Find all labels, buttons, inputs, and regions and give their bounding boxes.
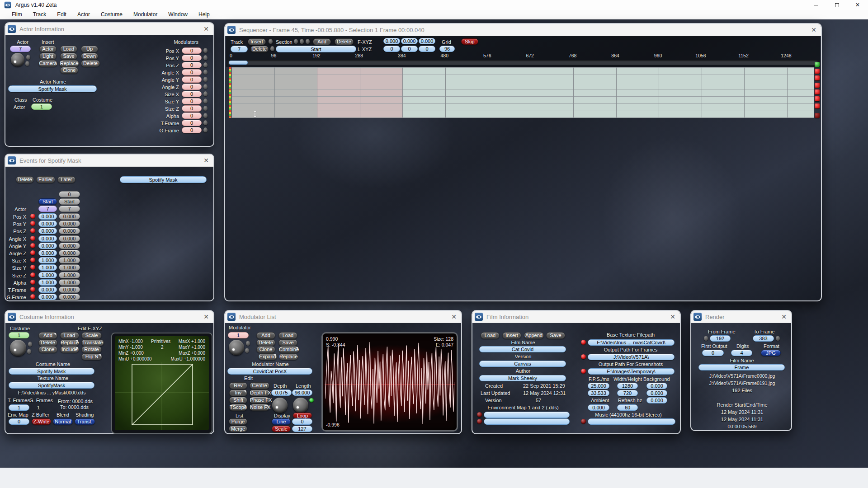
depth-fx-button[interactable]: Depth FX: [250, 389, 269, 396]
down-button[interactable]: Down: [81, 53, 98, 60]
env-map-field[interactable]: 0: [9, 418, 29, 425]
rev-button[interactable]: Rev: [229, 382, 247, 389]
record-led[interactable]: [30, 272, 35, 277]
timeline-ruler[interactable]: 0961922883844805766727688649601056115212…: [225, 53, 792, 59]
modulator-row-knob[interactable]: [203, 77, 208, 82]
delete-button[interactable]: Delete: [38, 339, 57, 346]
clone-button[interactable]: Clone: [38, 346, 57, 353]
flip-n-button[interactable]: Flip N: [81, 353, 102, 360]
add-button[interactable]: Add: [313, 38, 331, 45]
minimize-button[interactable]: [806, 0, 826, 10]
texture-name-field[interactable]: SpotifyMask: [9, 382, 94, 389]
from-frame-field[interactable]: 192: [710, 335, 731, 342]
film-name-field[interactable]: Frame: [698, 364, 785, 371]
bg1-field[interactable]: 0.000: [646, 383, 667, 389]
loop-button[interactable]: Loop: [293, 413, 312, 418]
close-icon[interactable]: ✕: [781, 314, 787, 320]
modulator-row-knob[interactable]: [203, 84, 208, 89]
purge-button[interactable]: Purge: [229, 418, 247, 425]
modulator-titlebar[interactable]: Modulator List ✕: [225, 311, 461, 323]
modulator-row-field[interactable]: 0: [182, 69, 202, 75]
env-map1-led[interactable]: [477, 412, 482, 417]
modulator-knob[interactable]: [229, 340, 244, 355]
depth-knob[interactable]: [272, 398, 288, 413]
menu-item[interactable]: Modulator: [128, 10, 163, 19]
modulator-number-field[interactable]: 1: [228, 332, 249, 338]
close-icon[interactable]: ✕: [203, 26, 209, 32]
length-knob[interactable]: [293, 398, 308, 413]
output-frames-led[interactable]: [581, 354, 586, 359]
modulator-row-knob[interactable]: [203, 113, 208, 118]
insert-actor-button[interactable]: Actor: [39, 46, 57, 52]
modulator-row-knob[interactable]: [203, 55, 208, 60]
lx-field[interactable]: 0: [383, 46, 400, 52]
record-led[interactable]: [30, 258, 35, 263]
event-row-value1[interactable]: 1.000: [38, 264, 57, 271]
costume-name-field[interactable]: Spotify Mask: [9, 368, 94, 375]
event-row-value1[interactable]: 0.000: [38, 250, 57, 256]
costume-number-field[interactable]: 1: [9, 332, 29, 338]
event-row-value1[interactable]: 1.000: [38, 279, 57, 286]
waveform-display[interactable]: 0.990 S: -0.344 Size: 128 E: 0.047 -0.99…: [321, 332, 458, 432]
event-row-value2[interactable]: 1.000: [59, 264, 80, 271]
save-button[interactable]: Save: [60, 53, 77, 60]
modulator-row-field[interactable]: 0: [182, 120, 202, 126]
music-led[interactable]: [581, 419, 586, 424]
width-field[interactable]: 1280: [617, 383, 638, 389]
shading-mode-button[interactable]: Transf.: [75, 418, 95, 425]
modulator-row-field[interactable]: 0: [182, 98, 202, 104]
loop-end-field[interactable]: 127: [292, 426, 312, 432]
modulator-row-knob[interactable]: [203, 99, 208, 103]
phase-fx-button[interactable]: Phase FX: [250, 397, 269, 404]
close-icon[interactable]: ✕: [670, 314, 675, 320]
load-button[interactable]: Load: [60, 46, 77, 52]
z-write-button[interactable]: Z-Write: [32, 418, 51, 425]
insert-button[interactable]: Insert: [248, 38, 266, 45]
rotate-button[interactable]: Rotate: [81, 346, 102, 353]
digits-field[interactable]: 4: [731, 350, 752, 356]
record-led[interactable]: [30, 228, 35, 233]
shift-button[interactable]: Shift: [229, 397, 247, 404]
event-marker-dark[interactable]: [815, 113, 820, 118]
delete-button[interactable]: Delete: [256, 339, 275, 346]
refresh-field[interactable]: 60: [617, 404, 638, 411]
film-name-field[interactable]: Cat Covid: [479, 346, 566, 352]
t-frames-field[interactable]: 1: [9, 404, 29, 411]
fx-field[interactable]: 0.000: [383, 38, 400, 44]
clone-button[interactable]: Clone: [60, 67, 78, 74]
menu-item[interactable]: Window: [163, 10, 193, 19]
modulator-row-field[interactable]: 0: [182, 91, 202, 97]
actor-row-value1[interactable]: 7: [38, 206, 57, 212]
base-texture-field[interactable]: F:\Video\Inus ... nvasCatCovid\: [588, 339, 675, 346]
actor-name-field[interactable]: Spotify Mask: [8, 85, 97, 92]
costume-titlebar[interactable]: Costume Information ✕: [5, 311, 213, 323]
close-icon[interactable]: ✕: [203, 157, 209, 164]
output-screens-led[interactable]: [581, 369, 586, 374]
output-screens-field[interactable]: E:\Images\Temporary\: [588, 368, 675, 375]
ly-field[interactable]: 0: [401, 46, 418, 52]
expand-button[interactable]: Expand: [258, 353, 277, 360]
replace-button[interactable]: Replace: [279, 353, 298, 360]
event-row-value2[interactable]: 1.000: [59, 257, 80, 263]
modulator-row-knob[interactable]: [203, 106, 208, 111]
start-column2-field[interactable]: Start: [59, 198, 80, 205]
modulator-row-knob[interactable]: [203, 48, 208, 53]
noise-fx-button[interactable]: Noise FX: [250, 404, 269, 411]
clone-button[interactable]: Clone: [256, 346, 275, 353]
delete-button[interactable]: Delete: [81, 60, 100, 67]
costume-preview-viewport[interactable]: MinX -1.000 Primitives MaxX +1.000 MinY …: [115, 336, 209, 430]
record-led[interactable]: [30, 214, 35, 219]
add-button[interactable]: Add: [38, 332, 57, 339]
event-row-value1[interactable]: 1.000: [38, 272, 57, 278]
render-titlebar[interactable]: Render ✕: [691, 311, 791, 323]
film-titlebar[interactable]: Film Information ✕: [472, 311, 680, 323]
record-led[interactable]: [30, 294, 35, 299]
section-arrow[interactable]: [300, 39, 304, 44]
event-row-value1[interactable]: 0.000: [38, 294, 57, 300]
maximize-button[interactable]: [826, 0, 847, 10]
fz-field[interactable]: 0.000: [419, 38, 435, 44]
track-delete-button[interactable]: Delete: [250, 46, 269, 52]
insert-button[interactable]: Insert: [502, 332, 521, 339]
record-led[interactable]: [30, 250, 35, 255]
event-row-value2[interactable]: 0.000: [59, 213, 80, 220]
